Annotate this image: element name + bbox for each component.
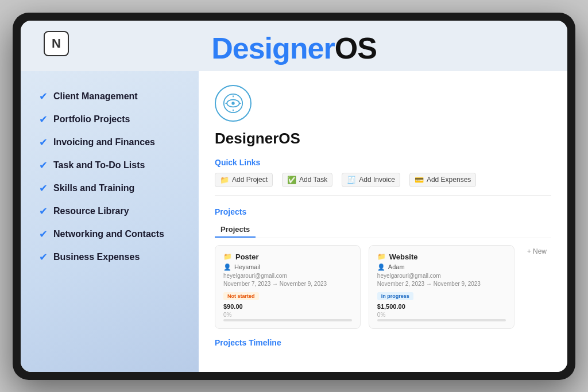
- add-expenses-icon: 💳: [415, 176, 424, 184]
- sidebar-label: Invoicing and Finances: [53, 137, 155, 148]
- project-dates-website: November 2, 2023 → November 9, 2023: [377, 281, 506, 287]
- project-card-poster[interactable]: 📁 Poster 👤 Heysmail heyelgarouri@gmail.c…: [215, 245, 361, 329]
- sidebar-item-portfolio-projects[interactable]: ✔ Portfolio Projects: [32, 108, 187, 131]
- add-task-label: Add Task: [299, 176, 327, 184]
- app-title-black: OS: [335, 32, 377, 65]
- sidebar-item-skills-training[interactable]: ✔ Skills and Training: [32, 177, 187, 200]
- project-user-website: 👤 Adam: [377, 263, 506, 271]
- projects-section-title: Projects: [215, 207, 551, 216]
- projects-section: Projects Projects 📁 Poster 👤: [215, 207, 551, 329]
- app-title-blue: Designer: [211, 32, 335, 65]
- progress-bar-poster: [223, 319, 352, 321]
- new-project-button[interactable]: + New: [523, 245, 551, 258]
- add-expenses-label: Add Expenses: [427, 176, 471, 184]
- project-name-website: Website: [389, 253, 418, 261]
- user-icon-2: 👤: [377, 263, 385, 271]
- project-email-website: heyelgarouri@gmail.com: [377, 273, 506, 279]
- sidebar-item-invoicing-finances[interactable]: ✔ Invoicing and Finances: [32, 131, 187, 154]
- add-project-button[interactable]: 📁 Add Project: [215, 173, 273, 187]
- project-user-name-website: Adam: [388, 263, 405, 270]
- project-card-website[interactable]: 📁 Website 👤 Adam heyelgarouri@gmail.com …: [369, 245, 514, 329]
- add-project-icon: 📁: [220, 176, 229, 184]
- sidebar-label: Resource Library: [53, 206, 129, 216]
- project-title-poster: 📁 Poster: [223, 253, 352, 261]
- sidebar-label: Task and To-Do Lists: [53, 160, 145, 170]
- project-price-website: $1,500.00: [377, 303, 506, 310]
- status-badge-poster: Not started: [223, 292, 259, 300]
- sidebar-item-client-management[interactable]: ✔ Client Management: [32, 85, 187, 108]
- user-icon: 👤: [223, 263, 231, 271]
- project-name-poster: Poster: [235, 253, 258, 261]
- add-project-label: Add Project: [232, 176, 268, 184]
- projects-tab-row: Projects: [215, 222, 551, 238]
- sidebar-label: Business Expenses: [53, 252, 140, 262]
- progress-bar-website: [377, 319, 506, 321]
- quick-links-title: Quick Links: [215, 158, 551, 167]
- content-area: DesignerOS Quick Links 📁 Add Project ✅ A…: [199, 71, 567, 372]
- project-user-poster: 👤 Heysmail: [223, 263, 352, 271]
- projects-tab[interactable]: Projects: [215, 222, 256, 238]
- project-dates-poster: November 7, 2023 → November 9, 2023: [223, 281, 352, 287]
- add-invoice-icon: 🧾: [347, 176, 356, 184]
- project-folder-icon: 📁: [223, 253, 232, 261]
- project-progress-label-website: 0%: [377, 312, 506, 318]
- notion-logo-text: N: [52, 36, 61, 51]
- check-icon: ✔: [39, 159, 48, 172]
- sidebar-label: Networking and Contacts: [53, 229, 164, 239]
- check-icon: ✔: [39, 113, 48, 126]
- sidebar-item-resource-library[interactable]: ✔ Resource Library: [32, 200, 187, 223]
- check-icon: ✔: [39, 182, 48, 195]
- page-title: DesignerOS: [215, 130, 551, 148]
- page-icon-container: [215, 85, 252, 122]
- add-task-button[interactable]: ✅ Add Task: [282, 173, 332, 187]
- check-icon: ✔: [39, 228, 48, 240]
- add-task-icon: ✅: [287, 176, 296, 184]
- status-badge-website: In progress: [377, 292, 413, 300]
- project-email-poster: heyelgarouri@gmail.com: [223, 273, 352, 279]
- add-expenses-button[interactable]: 💳 Add Expenses: [409, 173, 476, 187]
- sidebar-item-business-expenses[interactable]: ✔ Business Expenses: [32, 246, 187, 269]
- check-icon: ✔: [39, 90, 48, 103]
- main-content: ✔ Client Management ✔ Portfolio Projects…: [21, 71, 567, 372]
- project-price-poster: $90.00: [223, 303, 352, 310]
- projects-timeline-title: Projects Timeline: [215, 338, 551, 347]
- sidebar: ✔ Client Management ✔ Portfolio Projects…: [21, 71, 199, 372]
- project-progress-label-poster: 0%: [223, 312, 352, 318]
- add-invoice-label: Add Invoice: [359, 176, 395, 184]
- notion-logo: N: [44, 31, 69, 56]
- projects-cards: 📁 Poster 👤 Heysmail heyelgarouri@gmail.c…: [215, 245, 551, 329]
- sidebar-label: Client Management: [53, 91, 138, 102]
- add-invoice-button[interactable]: 🧾 Add Invoice: [342, 173, 400, 187]
- check-icon: ✔: [39, 136, 48, 149]
- sidebar-label: Portfolio Projects: [53, 114, 130, 125]
- sidebar-item-networking-contacts[interactable]: ✔ Networking and Contacts: [32, 223, 187, 246]
- screen: N DesignerOS ✔ Client Management ✔ Portf…: [21, 21, 567, 372]
- header: N DesignerOS: [21, 21, 567, 71]
- check-icon: ✔: [39, 205, 48, 218]
- project-title-website: 📁 Website: [377, 253, 506, 261]
- device-frame: N DesignerOS ✔ Client Management ✔ Portf…: [13, 13, 575, 380]
- sidebar-item-task-todo[interactable]: ✔ Task and To-Do Lists: [32, 154, 187, 177]
- project-user-name-poster: Heysmail: [234, 263, 260, 270]
- quick-links: 📁 Add Project ✅ Add Task 🧾 Add Invoice 💳…: [215, 173, 551, 196]
- project-folder-icon-2: 📁: [377, 253, 386, 261]
- svg-point-2: [231, 102, 234, 104]
- check-icon: ✔: [39, 251, 48, 263]
- sidebar-label: Skills and Training: [53, 183, 134, 193]
- app-title: DesignerOS: [211, 31, 377, 65]
- page-icon: [223, 93, 243, 114]
